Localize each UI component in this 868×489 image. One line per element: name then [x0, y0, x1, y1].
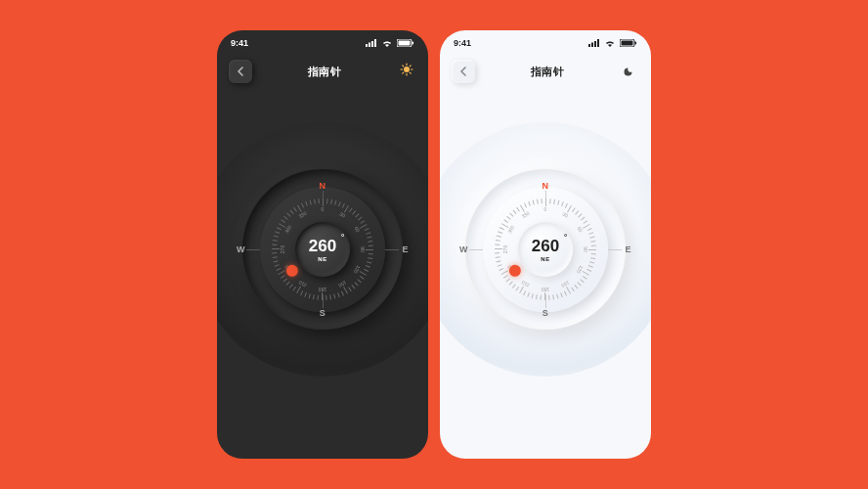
status-bar: 9:41: [440, 38, 651, 48]
page-title: 指南针: [531, 65, 565, 79]
heading-number: 260: [309, 237, 336, 255]
heading-unit: °: [564, 234, 567, 242]
status-icons: [366, 39, 414, 47]
compass-center: 260° NE: [295, 222, 350, 277]
svg-point-7: [404, 67, 410, 72]
svg-rect-16: [588, 44, 590, 47]
svg-rect-18: [594, 41, 596, 47]
svg-rect-1: [369, 43, 370, 48]
cross-line: [246, 249, 260, 250]
wifi-icon: [381, 39, 393, 47]
heading-number: 260: [532, 237, 559, 255]
svg-rect-6: [412, 42, 414, 45]
status-bar: 9:41: [217, 38, 428, 48]
battery-icon: [397, 39, 414, 47]
compass: N E S W 0306090120150180210240270300330 …: [440, 122, 651, 377]
signal-icon: [588, 39, 600, 47]
svg-line-14: [403, 72, 404, 73]
tick-label: 0: [322, 206, 325, 212]
wifi-icon: [604, 39, 616, 47]
status-time: 9:41: [231, 38, 248, 48]
topbar: 指南针: [440, 60, 651, 83]
svg-rect-3: [374, 39, 376, 47]
cardinal-north: N: [542, 181, 549, 191]
heading-unit: °: [341, 234, 344, 242]
theme-toggle[interactable]: [620, 62, 639, 81]
compass-center: 260° NE: [518, 222, 573, 277]
cardinal-east: E: [402, 244, 409, 254]
tick-label: 90: [583, 246, 588, 252]
tick-label: 180: [542, 287, 549, 292]
svg-line-12: [403, 66, 404, 67]
back-button[interactable]: [452, 60, 475, 83]
svg-rect-17: [591, 43, 593, 48]
heading-direction: NE: [541, 256, 549, 262]
heading-value: 260°: [532, 238, 559, 254]
svg-rect-19: [597, 39, 599, 47]
theme-toggle[interactable]: [397, 62, 416, 81]
svg-rect-21: [622, 41, 633, 46]
heading-direction: NE: [318, 256, 326, 262]
tick-label: 0: [544, 206, 547, 212]
cardinal-west: W: [237, 244, 245, 254]
cardinal-north: N: [320, 181, 326, 191]
status-time: 9:41: [454, 38, 471, 48]
moon-icon: [624, 63, 635, 80]
tick-label: 90: [360, 246, 366, 252]
tick-label: 180: [319, 287, 326, 292]
cross-line: [608, 249, 622, 250]
svg-rect-0: [366, 44, 368, 47]
sun-icon: [400, 63, 413, 80]
tick-label: 270: [280, 245, 285, 253]
battery-icon: [620, 39, 637, 47]
phone-light: 9:41 指南针 N: [440, 30, 651, 459]
svg-line-15: [410, 66, 411, 67]
cardinal-west: W: [459, 244, 468, 254]
svg-rect-5: [399, 41, 411, 46]
tick-label: 270: [502, 245, 508, 253]
topbar: 指南针: [217, 60, 428, 83]
svg-rect-2: [371, 41, 373, 47]
status-icons: [588, 39, 637, 47]
signal-icon: [366, 39, 377, 47]
cardinal-south: S: [320, 308, 326, 318]
cardinal-south: S: [542, 308, 549, 318]
svg-rect-22: [635, 42, 637, 45]
svg-line-13: [410, 72, 411, 73]
cross-line: [469, 249, 483, 250]
heading-value: 260°: [309, 238, 336, 254]
back-button[interactable]: [229, 60, 252, 83]
compass: N E S W 0306090120150180210240270300330 …: [217, 122, 428, 377]
cardinal-east: E: [625, 244, 631, 254]
phone-dark: 9:41 指南针 N: [217, 30, 428, 459]
cross-line: [385, 249, 399, 250]
page-title: 指南针: [308, 65, 342, 79]
